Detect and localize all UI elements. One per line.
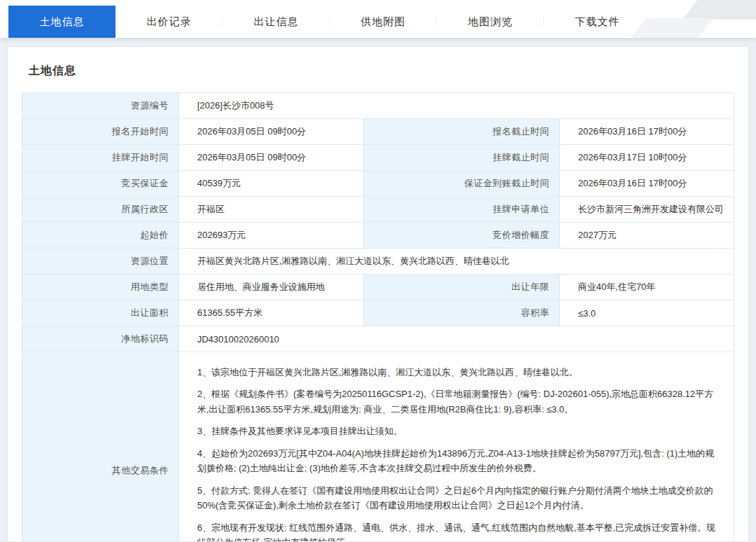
field-label: 所属行政区 xyxy=(22,197,179,223)
tab-bar: 土地信息 出价记录 出让信息 供地附图 地图浏览 下载文件 xyxy=(0,0,756,38)
field-label: 报名开始时间 xyxy=(22,119,179,145)
field-value: 40539万元 xyxy=(178,171,363,197)
table-row: 净地标识码 JD43010020260010 xyxy=(22,326,734,352)
field-value: [2026]长沙市008号 xyxy=(178,93,734,119)
field-label: 挂牌开始时间 xyxy=(22,145,179,171)
table-row: 竞买保证金 40539万元 保证金到账截止时间 2026年03月16日 17时0… xyxy=(22,171,734,197)
field-label: 资源编号 xyxy=(22,93,179,119)
tab-land-info[interactable]: 土地信息 xyxy=(8,6,115,38)
field-label: 用地类型 xyxy=(22,275,179,300)
field-label: 容积率 xyxy=(364,300,560,326)
field-label: 出让年限 xyxy=(364,275,560,300)
field-value: 长沙市新河三角洲开发建设有限公司 xyxy=(559,197,734,223)
field-label: 净地标识码 xyxy=(22,326,179,352)
condition-paragraph: 3、挂牌条件及其他要求详见本项目挂牌出让须知。 xyxy=(197,424,720,438)
field-label: 起始价 xyxy=(22,223,179,249)
tab-land-supply-attachment[interactable]: 供地附图 xyxy=(330,6,437,38)
condition-paragraph: 6、宗地现有开发现状: 红线范围外通路、通电、供水、排水、通讯、通气,红线范围内… xyxy=(197,520,720,542)
field-value: 2026年03月16日 17时00分 xyxy=(559,119,734,145)
field-value: 1、该宗地位于开福区黄兴北路片区,湘雅路以南、湘江大道以东、黄兴北路以西、晴佳巷… xyxy=(178,352,734,542)
field-value: ≤3.0 xyxy=(559,300,734,326)
field-value: 2026年03月05日 09时00分 xyxy=(178,119,363,145)
field-value: 202693万元 xyxy=(178,223,363,249)
tab-bid-records[interactable]: 出价记录 xyxy=(115,6,223,38)
field-label: 挂牌申请单位 xyxy=(364,197,560,223)
field-label: 保证金到账截止时间 xyxy=(364,171,560,197)
field-label: 竞买保证金 xyxy=(22,171,179,197)
table-row: 报名开始时间 2026年03月05日 09时00分 报名截止时间 2026年03… xyxy=(22,119,734,145)
field-value: 开福区黄兴北路片区,湘雅路以南、湘江大道以东、黄兴北路以西、晴佳巷以北 xyxy=(178,249,734,275)
table-row: 资源编号 [2026]长沙市008号 xyxy=(22,93,734,119)
tab-map-browse[interactable]: 地图浏览 xyxy=(437,6,544,38)
condition-paragraph: 2、根据《规划条件书》(案卷编号为20250116GCSP1-2),《日常地籍测… xyxy=(197,387,720,417)
table-row: 出让面积 61365.55平方米 容积率 ≤3.0 xyxy=(22,300,734,326)
table-row: 所属行政区 开福区 挂牌申请单位 长沙市新河三角洲开发建设有限公司 xyxy=(22,197,734,223)
field-value: 2026年03月17日 10时00分 xyxy=(559,145,734,171)
field-label: 报名截止时间 xyxy=(364,119,560,145)
condition-paragraph: 4、起始价为202693万元[其中Z04-A04(A)地块挂牌起始价为14389… xyxy=(197,446,720,476)
table-row: 起始价 202693万元 竞价增价幅度 2027万元 xyxy=(22,223,734,249)
field-value: 商业40年,住宅70年 xyxy=(559,275,734,300)
field-value: 居住用地、商业服务业设施用地 xyxy=(178,275,363,300)
table-row: 资源位置 开福区黄兴北路片区,湘雅路以南、湘江大道以东、黄兴北路以西、晴佳巷以北 xyxy=(22,249,734,275)
field-value: 61365.55平方米 xyxy=(178,300,363,326)
tab-transfer-info[interactable]: 出让信息 xyxy=(223,6,330,38)
content-area: 土地信息 资源编号 [2026]长沙市008号 报名开始时间 2026年03月0… xyxy=(0,38,756,542)
field-value: 2026年03月05日 09时00分 xyxy=(178,145,363,171)
condition-paragraph: 5、付款方式: 竞得人在签订《国有建设用地使用权出让合同》之日起6个月内向指定的… xyxy=(197,483,720,513)
field-value: 2026年03月16日 17时00分 xyxy=(559,171,734,197)
page-title: 土地信息 xyxy=(29,64,734,78)
table-row: 其他交易条件 1、该宗地位于开福区黄兴北路片区,湘雅路以南、湘江大道以东、黄兴北… xyxy=(22,352,734,542)
field-label: 竞价增价幅度 xyxy=(364,223,560,249)
land-info-table: 资源编号 [2026]长沙市008号 报名开始时间 2026年03月05日 09… xyxy=(22,92,734,542)
condition-paragraph: 1、该宗地位于开福区黄兴北路片区,湘雅路以南、湘江大道以东、黄兴北路以西、晴佳巷… xyxy=(197,365,720,380)
table-row: 用地类型 居住用地、商业服务业设施用地 出让年限 商业40年,住宅70年 xyxy=(22,275,734,300)
decorative-chevron-1 xyxy=(682,0,756,20)
field-value: 2027万元 xyxy=(559,223,734,249)
field-label: 出让面积 xyxy=(22,300,179,326)
field-value: JD43010020260010 xyxy=(178,326,734,352)
tab-download-files[interactable]: 下载文件 xyxy=(544,6,651,38)
field-value: 开福区 xyxy=(178,197,363,223)
table-row: 挂牌开始时间 2026年03月05日 09时00分 挂牌截止时间 2026年03… xyxy=(22,145,734,171)
field-label: 资源位置 xyxy=(22,249,179,275)
field-label: 其他交易条件 xyxy=(22,352,179,542)
field-label: 挂牌截止时间 xyxy=(364,145,560,171)
land-info-panel: 土地信息 资源编号 [2026]长沙市008号 报名开始时间 2026年03月0… xyxy=(7,46,749,542)
